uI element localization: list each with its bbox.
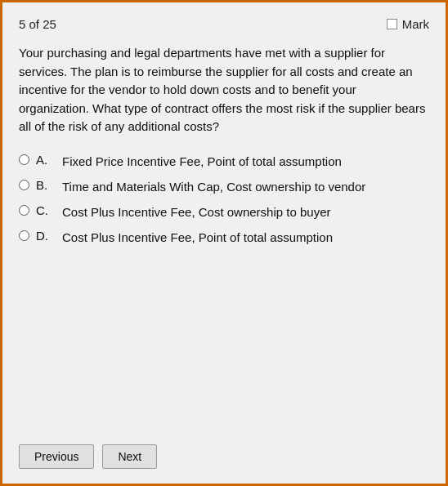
options-list: A. Fixed Price Incentive Fee, Point of t… xyxy=(19,153,429,246)
option-item-c[interactable]: C. Cost Plus Incentive Fee, Cost ownersh… xyxy=(19,203,429,221)
mark-checkbox[interactable] xyxy=(387,19,397,29)
mark-label: Mark xyxy=(402,17,429,31)
option-letter-d: D. xyxy=(36,229,56,243)
mark-container[interactable]: Mark xyxy=(387,17,429,31)
option-letter-c: C. xyxy=(36,203,56,217)
option-label-d: Cost Plus Incentive Fee, Point of total … xyxy=(62,229,333,246)
radio-a[interactable] xyxy=(19,154,29,165)
button-row: Previous Next xyxy=(19,444,157,469)
option-letter-a: A. xyxy=(36,153,56,167)
option-item-a[interactable]: A. Fixed Price Incentive Fee, Point of t… xyxy=(19,153,429,170)
previous-button[interactable]: Previous xyxy=(19,444,94,469)
option-item-d[interactable]: D. Cost Plus Incentive Fee, Point of tot… xyxy=(19,229,429,246)
quiz-container: 5 of 25 Mark Your purchasing and legal d… xyxy=(0,0,448,486)
option-label-b: Time and Materials With Cap, Cost owners… xyxy=(62,178,365,195)
header-row: 5 of 25 Mark xyxy=(19,17,429,31)
option-label-a: Fixed Price Incentive Fee, Point of tota… xyxy=(62,153,342,170)
option-letter-b: B. xyxy=(36,178,56,192)
option-item-b[interactable]: B. Time and Materials With Cap, Cost own… xyxy=(19,178,429,195)
option-label-c: Cost Plus Incentive Fee, Cost ownership … xyxy=(62,203,331,221)
question-counter: 5 of 25 xyxy=(19,17,56,31)
question-text: Your purchasing and legal departments ha… xyxy=(19,44,429,136)
radio-b[interactable] xyxy=(19,180,29,190)
next-button[interactable]: Next xyxy=(102,444,157,469)
radio-d[interactable] xyxy=(19,230,29,241)
radio-c[interactable] xyxy=(19,205,29,216)
